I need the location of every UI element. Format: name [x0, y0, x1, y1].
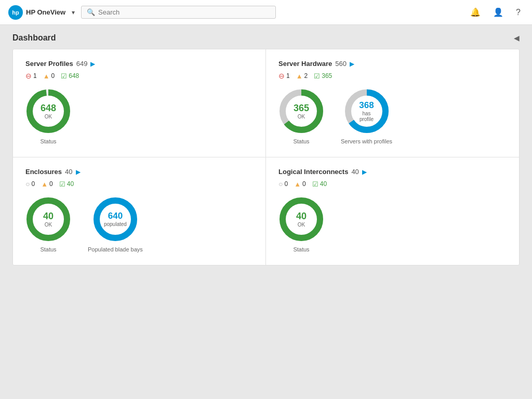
sp-status-num: 648 [41, 103, 56, 114]
sh-status-donut: 365 OK [278, 88, 324, 134]
server-hardware-charts: 365 OK Status [278, 88, 507, 144]
sh-profiles-center: 368 has profile [355, 101, 378, 122]
sp-ok-count: 648 [69, 72, 79, 79]
panel-server-profiles-link[interactable]: ▶ [90, 60, 95, 68]
sh-profiles-num: 368 [355, 101, 378, 111]
sh-profiles-donut: 368 has profile [344, 88, 390, 134]
li-unknown-icon: ○ [278, 180, 283, 188]
collapse-button[interactable]: ◀ [514, 34, 520, 42]
server-profiles-status-row: ⊖ 1 ▲ 0 ☑ 648 [25, 72, 253, 80]
enc-bays-label: populated [104, 221, 127, 227]
enc-status-num: 40 [43, 211, 54, 222]
panel-logical-interconnects-title: Logical Interconnects [278, 168, 348, 176]
panel-enclosures-title: Enclosures [25, 168, 62, 176]
help-button[interactable]: ? [513, 6, 524, 19]
sh-status-num: 365 [294, 103, 309, 114]
enc-warning-status: ▲ 0 [41, 180, 53, 188]
sh-warning-status: ▲ 2 [296, 72, 308, 80]
li-warning-count: 0 [302, 180, 306, 188]
sp-status-chart: 648 OK Status [25, 88, 71, 144]
panel-logical-interconnects-count: 40 [351, 168, 358, 176]
dashboard-container: Dashboard ◀ Server Profiles 649 ▶ ⊖ 1 ▲ [0, 25, 532, 274]
li-status-label: OK [296, 221, 307, 227]
server-hardware-status-row: ⊖ 1 ▲ 2 ☑ 365 [278, 72, 507, 80]
panel-server-hardware: Server Hardware 560 ▶ ⊖ 1 ▲ 2 ☑ 365 [266, 49, 519, 157]
sp-error-count: 1 [33, 72, 37, 79]
enc-ok-count: 40 [67, 180, 74, 188]
sp-warning-count: 0 [51, 72, 55, 79]
navbar-icons: 🔔 👤 ? [467, 5, 524, 19]
sh-status-chart: 365 OK Status [278, 88, 324, 144]
panel-enclosures-link[interactable]: ▶ [76, 168, 81, 176]
panel-server-profiles-count: 649 [76, 60, 88, 68]
li-ok-count: 40 [320, 180, 327, 188]
panel-enclosures-header: Enclosures 40 ▶ [25, 168, 253, 176]
panel-server-hardware-title: Server Hardware [278, 60, 332, 68]
panel-server-profiles: Server Profiles 649 ▶ ⊖ 1 ▲ 0 ☑ 648 [13, 49, 266, 157]
enc-unknown-status: ○ 0 [25, 180, 35, 188]
search-icon: 🔍 [87, 8, 95, 16]
sh-warning-count: 2 [304, 72, 308, 79]
li-ok-icon: ☑ [312, 180, 318, 188]
panel-server-profiles-title: Server Profiles [25, 60, 73, 68]
user-menu-button[interactable]: 👤 [490, 5, 507, 19]
sp-status-donut: 648 OK [25, 88, 71, 134]
sp-status-label: OK [41, 113, 56, 119]
panel-logical-interconnects-link[interactable]: ▶ [362, 168, 367, 176]
sh-warning-icon: ▲ [296, 72, 303, 80]
panel-server-profiles-header: Server Profiles 649 ▶ [25, 60, 253, 68]
enc-unknown-icon: ○ [25, 180, 30, 188]
panel-logical-interconnects: Logical Interconnects 40 ▶ ○ 0 ▲ 0 ☑ [266, 157, 519, 265]
sh-status-chart-label: Status [293, 138, 309, 144]
enc-status-label: OK [43, 221, 54, 227]
enc-status-chart-label: Status [40, 246, 56, 252]
app-dropdown-button[interactable]: ▾ [70, 7, 77, 18]
server-profiles-charts: 648 OK Status [25, 88, 253, 144]
li-status-chart: 40 OK Status [278, 196, 324, 252]
brand-name: HP OneView [26, 8, 65, 16]
enc-bays-center: 640 populated [104, 211, 127, 227]
notifications-button[interactable]: 🔔 [467, 5, 484, 19]
enc-bays-chart-label: Populated blade bays [88, 246, 143, 252]
enc-ok-icon: ☑ [59, 180, 65, 188]
panel-enclosures: Enclosures 40 ▶ ○ 0 ▲ 0 ☑ 40 [13, 157, 266, 265]
sp-status-center: 648 OK [41, 103, 56, 119]
sh-error-icon: ⊖ [278, 72, 285, 80]
sh-status-label: OK [294, 113, 309, 119]
enc-bays-chart: 640 populated Populated blade bays [88, 196, 143, 252]
navbar: hp HP OneView ▾ 🔍 🔔 👤 ? [0, 0, 532, 25]
enc-unknown-count: 0 [31, 180, 35, 188]
sh-profiles-label: has profile [355, 110, 378, 122]
panel-server-hardware-link[interactable]: ▶ [350, 60, 354, 68]
enc-bays-donut: 640 populated [92, 196, 138, 242]
li-warning-status: ▲ 0 [294, 180, 306, 188]
dashboard-title: Dashboard [12, 33, 56, 43]
li-unknown-count: 0 [284, 180, 288, 188]
dashboard-card: Server Profiles 649 ▶ ⊖ 1 ▲ 0 ☑ 648 [12, 49, 520, 265]
brand-logo: hp HP OneView [8, 5, 65, 20]
li-ok-status: ☑ 40 [312, 180, 327, 188]
li-status-chart-label: Status [293, 246, 309, 252]
sh-ok-status: ☑ 365 [314, 72, 332, 80]
li-warning-icon: ▲ [294, 180, 301, 188]
sp-ok-icon: ☑ [61, 72, 67, 80]
sp-warning-status: ▲ 0 [43, 72, 55, 80]
enclosures-charts: 40 OK Status 6 [25, 196, 253, 252]
sh-profiles-chart: 368 has profile Servers with profiles [341, 88, 392, 144]
enc-status-chart: 40 OK Status [25, 196, 71, 252]
sh-error-status: ⊖ 1 [278, 72, 290, 80]
dashboard-title-bar: Dashboard ◀ [12, 33, 520, 43]
sp-ok-status: ☑ 648 [61, 72, 79, 80]
sp-error-icon: ⊖ [25, 72, 32, 80]
search-input[interactable] [98, 8, 270, 16]
li-status-donut: 40 OK [278, 196, 324, 242]
panel-server-hardware-header: Server Hardware 560 ▶ [278, 60, 507, 68]
enc-bays-num: 640 [104, 211, 127, 221]
li-status-center: 40 OK [296, 211, 307, 228]
sh-error-count: 1 [286, 72, 290, 79]
li-unknown-status: ○ 0 [278, 180, 288, 188]
logical-interconnects-status-row: ○ 0 ▲ 0 ☑ 40 [278, 180, 507, 188]
enc-status-donut: 40 OK [25, 196, 71, 242]
enc-warning-icon: ▲ [41, 180, 48, 188]
panels-grid: Server Profiles 649 ▶ ⊖ 1 ▲ 0 ☑ 648 [13, 49, 519, 265]
